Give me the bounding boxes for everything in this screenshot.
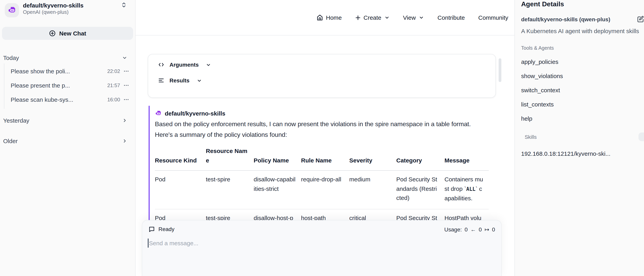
chat-time: 22:02 bbox=[107, 68, 120, 74]
more-options-icon[interactable] bbox=[123, 82, 129, 88]
nav-home[interactable]: Home bbox=[316, 14, 342, 21]
chevron-right-icon bbox=[122, 118, 127, 123]
column-header: Resource Kind bbox=[155, 156, 206, 165]
agent-selector-toggle[interactable] bbox=[121, 2, 127, 8]
agent-details-panel: Agent Details default/kyverno-skills (qw… bbox=[514, 0, 644, 276]
chat-history-item[interactable]: Please scan kube-sys... 16:00 bbox=[11, 96, 129, 103]
arrow-left-icon: ← bbox=[470, 226, 476, 233]
main-area: kagent Home Create View bbox=[136, 0, 514, 276]
table-row: Pod test-spire disallow-capabilities-str… bbox=[155, 171, 489, 209]
usage-label: Usage: bbox=[444, 226, 462, 233]
agent-selector-name: default/kyverno-skills bbox=[23, 2, 84, 9]
status-indicator: Ready bbox=[148, 226, 174, 232]
nav-community[interactable]: Community bbox=[478, 14, 508, 21]
composer-panel: Ready Usage: 0 ← 0 ↦ 0 Send a message... bbox=[142, 220, 502, 276]
skill-item[interactable]: 192.168.0.18:12121/kyverno-ski... bbox=[521, 150, 610, 157]
column-header: Policy Name bbox=[254, 156, 301, 165]
tool-item-apply-policies[interactable]: apply_policies bbox=[521, 58, 644, 65]
column-header: Category bbox=[396, 156, 444, 165]
usage-stats: Usage: 0 ← 0 ↦ 0 bbox=[444, 226, 495, 233]
agent-avatar bbox=[5, 3, 19, 17]
skills-section: Skills 1 bbox=[525, 133, 644, 141]
section-today[interactable]: Today bbox=[3, 54, 132, 61]
nav-contribute[interactable]: Contribute bbox=[438, 14, 465, 21]
plus-icon bbox=[355, 15, 361, 20]
chat-bubble-icon bbox=[148, 226, 155, 232]
message-paragraph: Based on the policy enforcement results,… bbox=[155, 120, 489, 129]
arrow-mapsto-icon: ↦ bbox=[484, 226, 489, 233]
main-scrollbar[interactable] bbox=[498, 58, 501, 82]
nav-view[interactable]: View bbox=[403, 14, 424, 21]
plus-circle-icon bbox=[49, 30, 56, 37]
column-header: Resource Name bbox=[206, 146, 254, 165]
agent-details-name: default/kyverno-skills (qwen-plus) bbox=[521, 16, 632, 22]
chevron-right-icon bbox=[122, 138, 127, 143]
app-window: kagent Home Create View bbox=[0, 0, 644, 276]
skills-count-badge: 1 bbox=[638, 133, 644, 141]
chat-time: 16:00 bbox=[107, 97, 120, 103]
usage-total: 0 bbox=[465, 226, 468, 233]
arguments-toggle[interactable]: Arguments bbox=[158, 61, 211, 68]
top-nav: Home Create View Contribute bbox=[316, 0, 508, 35]
usage-input: 0 bbox=[479, 226, 482, 233]
more-options-icon[interactable] bbox=[123, 97, 129, 103]
message-paragraph: Here's a summary of the policy violation… bbox=[155, 131, 489, 139]
chevron-down-icon bbox=[419, 15, 424, 20]
chevron-down-icon bbox=[206, 62, 211, 67]
chat-history-item[interactable]: Please present the p... 21:57 bbox=[11, 82, 129, 89]
chevron-down-icon bbox=[196, 78, 202, 83]
edit-agent-button[interactable] bbox=[637, 16, 644, 22]
message-input[interactable]: Send a message... bbox=[149, 240, 198, 247]
message-author-name: default/kyverno-skills bbox=[165, 110, 226, 117]
section-guide-line bbox=[4, 63, 4, 109]
section-older[interactable]: Older bbox=[3, 138, 132, 144]
section-yesterday[interactable]: Yesterday bbox=[3, 117, 132, 124]
results-toggle[interactable]: Results bbox=[158, 77, 202, 84]
code-icon bbox=[158, 61, 164, 68]
home-icon bbox=[316, 14, 323, 21]
tool-call-card: Arguments Results bbox=[148, 54, 496, 98]
message-accent-bar bbox=[148, 106, 150, 222]
left-sidebar: default/kyverno-skills OpenAI (qwen-plus… bbox=[0, 0, 136, 276]
column-header: Severity bbox=[349, 156, 396, 165]
nav-create[interactable]: Create bbox=[355, 14, 390, 21]
status-text: Ready bbox=[158, 226, 174, 232]
tool-item-list-contexts[interactable]: list_contexts bbox=[521, 101, 644, 108]
column-header: Message bbox=[444, 156, 489, 165]
tool-item-show-violations[interactable]: show_violations bbox=[521, 73, 644, 79]
chat-time: 21:57 bbox=[107, 82, 120, 88]
column-header: Rule Name bbox=[301, 156, 349, 165]
chevron-down-icon bbox=[384, 15, 390, 20]
agent-description: A Kubernetes AI agent with deployment sk… bbox=[521, 28, 640, 34]
table-header-row: Resource Kind Resource Name Policy Name … bbox=[155, 146, 489, 171]
chevrons-up-down-icon bbox=[121, 2, 127, 8]
agent-details-title: Agent Details bbox=[521, 0, 564, 8]
text-cursor bbox=[148, 239, 148, 248]
message-author: default/kyverno-skills bbox=[155, 110, 226, 117]
pencil-square-icon bbox=[637, 16, 644, 22]
tool-item-help[interactable]: help bbox=[521, 115, 644, 122]
usage-output: 0 bbox=[492, 226, 495, 233]
tool-item-switch-context[interactable]: switch_context bbox=[521, 87, 644, 93]
new-chat-button[interactable]: New Chat bbox=[2, 27, 133, 40]
list-icon bbox=[158, 77, 164, 84]
robot-icon bbox=[155, 110, 162, 117]
more-options-icon[interactable] bbox=[123, 68, 129, 74]
skills-section-label: Skills bbox=[525, 134, 537, 140]
chat-history-item[interactable]: Please show the poli... 22:02 bbox=[11, 68, 129, 75]
tools-section-label: Tools & Agents bbox=[521, 45, 554, 51]
chevron-down-icon bbox=[122, 55, 127, 60]
agent-selector-model: OpenAI (qwen-plus) bbox=[23, 9, 68, 15]
